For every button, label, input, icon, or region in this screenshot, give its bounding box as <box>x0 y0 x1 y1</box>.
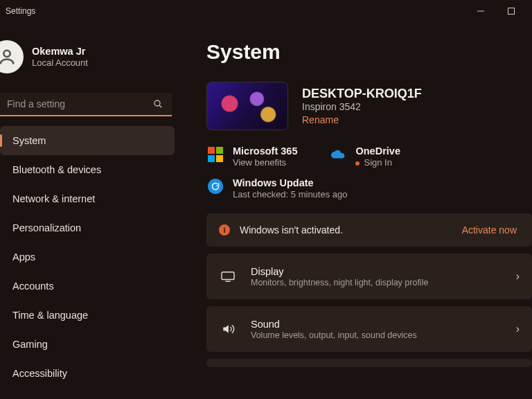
sound-icon <box>219 322 237 336</box>
card-title: Display <box>251 266 502 277</box>
nav-item-personalization[interactable]: Personalization <box>0 213 175 242</box>
profile-name: Okemwa Jr <box>32 46 88 57</box>
nav-label: Bluetooth & devices <box>12 164 101 175</box>
service-sub: View benefits <box>233 157 297 168</box>
svg-line-4 <box>159 105 161 107</box>
profile-account-type: Local Account <box>32 57 88 68</box>
display-icon <box>219 270 237 283</box>
avatar <box>0 40 24 73</box>
onedrive-icon <box>330 147 346 162</box>
nav-item-accounts[interactable]: Accounts <box>0 272 175 301</box>
nav-label: Network & internet <box>12 193 95 204</box>
nav-label: Personalization <box>12 222 81 233</box>
settings-card-sound[interactable]: Sound Volume levels, output, input, soun… <box>206 306 532 352</box>
update-sub: Last checked: 5 minutes ago <box>233 189 348 200</box>
info-icon: i <box>219 224 230 236</box>
window-title: Settings <box>6 6 35 16</box>
settings-card-display[interactable]: Display Monitors, brightness, night ligh… <box>206 254 532 299</box>
device-block: DESKTOP-KROIQ1F Inspiron 3542 Rename <box>206 82 532 130</box>
search-icon <box>152 98 163 112</box>
minimize-button[interactable] <box>466 1 496 21</box>
chevron-right-icon: › <box>516 270 520 283</box>
device-name: DESKTOP-KROIQ1F <box>302 87 422 101</box>
svg-point-2 <box>3 51 10 57</box>
svg-rect-1 <box>508 8 515 15</box>
nav-item-gaming[interactable]: Gaming <box>0 330 175 359</box>
device-rename-link[interactable]: Rename <box>302 114 422 125</box>
nav-label: Accounts <box>12 281 54 292</box>
nav-item-time-language[interactable]: Time & language <box>0 301 175 330</box>
nav-label: Apps <box>12 251 35 263</box>
nav-label: System <box>12 135 46 146</box>
nav-item-system[interactable]: System <box>0 126 175 155</box>
nav-label: Gaming <box>12 339 48 350</box>
sidebar: Okemwa Jr Local Account System Bluetooth… <box>0 22 179 399</box>
nav: System Bluetooth & devices Network & int… <box>0 126 179 388</box>
page-title: System <box>206 40 532 64</box>
card-title: Sound <box>251 319 502 330</box>
card-sub: Monitors, brightness, night light, displ… <box>251 278 502 287</box>
profile-block[interactable]: Okemwa Jr Local Account <box>0 22 179 93</box>
svg-point-3 <box>154 100 160 106</box>
svg-rect-5 <box>222 272 234 280</box>
search-input[interactable] <box>0 93 172 116</box>
main-panel: System DESKTOP-KROIQ1F Inspiron 3542 Ren… <box>179 22 532 399</box>
nav-label: Time & language <box>12 310 88 321</box>
activation-banner: i Windows isn't activated. Activate now <box>206 213 532 247</box>
activation-message: Windows isn't activated. <box>240 224 452 236</box>
m365-icon <box>208 147 223 162</box>
device-model: Inspiron 3542 <box>302 101 422 112</box>
nav-item-bluetooth[interactable]: Bluetooth & devices <box>0 155 175 184</box>
nav-label: Accessibility <box>12 368 67 379</box>
device-image <box>206 82 288 130</box>
service-title: Microsoft 365 <box>233 145 297 157</box>
activate-now-link[interactable]: Activate now <box>462 224 520 236</box>
chevron-right-icon: › <box>516 323 520 335</box>
nav-item-apps[interactable]: Apps <box>0 242 175 272</box>
svg-marker-7 <box>223 325 229 333</box>
maximize-button[interactable] <box>496 1 526 21</box>
windows-update-block[interactable]: Windows Update Last checked: 5 minutes a… <box>206 177 532 200</box>
service-sub: Sign In <box>355 157 400 168</box>
titlebar: Settings <box>0 0 532 22</box>
attention-dot-icon <box>355 161 360 166</box>
service-title: OneDrive <box>355 145 400 157</box>
service-onedrive[interactable]: OneDrive Sign In <box>330 145 400 168</box>
nav-item-accessibility[interactable]: Accessibility <box>0 359 175 388</box>
update-title: Windows Update <box>233 177 348 188</box>
service-m365[interactable]: Microsoft 365 View benefits <box>208 145 297 168</box>
update-sync-icon <box>208 179 223 194</box>
nav-item-network[interactable]: Network & internet <box>0 184 175 213</box>
card-sub: Volume levels, output, input, sound devi… <box>251 330 502 340</box>
settings-card-partial[interactable] <box>206 359 532 367</box>
